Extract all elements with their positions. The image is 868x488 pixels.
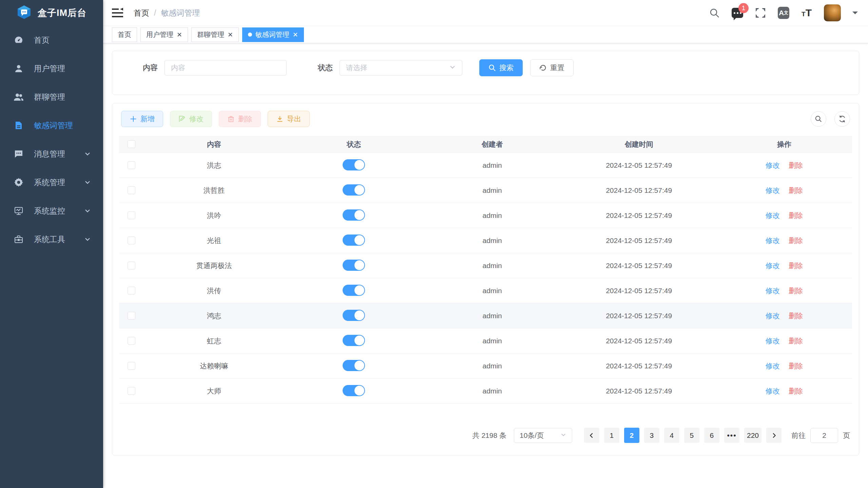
- status-toggle[interactable]: [343, 235, 365, 246]
- fullscreen-icon[interactable]: [755, 7, 766, 19]
- status-toggle[interactable]: [343, 285, 365, 296]
- sidebar-item-messages[interactable]: 消息管理: [0, 140, 103, 168]
- tab-home[interactable]: 首页: [112, 27, 137, 42]
- select-all-checkbox[interactable]: [128, 140, 135, 148]
- row-checkbox[interactable]: [128, 211, 135, 219]
- sidebar-item-groups[interactable]: 群聊管理: [0, 83, 103, 111]
- status-toggle[interactable]: [343, 385, 365, 396]
- row-edit-link[interactable]: 修改: [766, 362, 780, 370]
- status-toggle[interactable]: [343, 335, 365, 346]
- status-toggle[interactable]: [343, 209, 365, 221]
- row-checkbox[interactable]: [128, 161, 135, 169]
- row-edit-link[interactable]: 修改: [766, 312, 780, 320]
- row-delete-link[interactable]: 删除: [789, 211, 803, 219]
- content-filter-input[interactable]: [165, 60, 287, 76]
- tab-close-icon[interactable]: ✕: [293, 31, 298, 39]
- row-edit-link[interactable]: 修改: [766, 237, 780, 244]
- search-button[interactable]: 搜索: [479, 59, 523, 76]
- row-checkbox[interactable]: [128, 186, 135, 194]
- row-checkbox[interactable]: [128, 387, 135, 395]
- cell-content: 洪志: [143, 161, 285, 170]
- status-select-placeholder: 请选择: [346, 63, 367, 73]
- row-checkbox[interactable]: [128, 362, 135, 370]
- status-filter-label: 状态: [318, 63, 333, 73]
- row-checkbox[interactable]: [128, 287, 135, 294]
- status-toggle[interactable]: [343, 260, 365, 271]
- page-button-1[interactable]: 1: [604, 428, 619, 443]
- tab-close-icon[interactable]: ✕: [177, 31, 182, 39]
- page-size-select[interactable]: 10条/页: [514, 428, 572, 443]
- sidebar-item-system-settings[interactable]: 系统管理: [0, 168, 103, 197]
- status-filter-select[interactable]: 请选择: [340, 60, 462, 76]
- sidebar-item-sensitive-words[interactable]: 敏感词管理: [0, 111, 103, 140]
- row-edit-link[interactable]: 修改: [766, 337, 780, 345]
- row-delete-link[interactable]: 删除: [789, 161, 803, 169]
- sidebar-item-system-tools[interactable]: 系统工具: [0, 225, 103, 253]
- prev-page-button[interactable]: [584, 428, 599, 443]
- tab-label: 用户管理: [146, 30, 173, 39]
- language-switch-icon[interactable]: A文: [778, 7, 789, 19]
- row-checkbox[interactable]: [128, 237, 135, 244]
- next-page-button[interactable]: [766, 428, 782, 443]
- export-button[interactable]: 导出: [268, 111, 310, 127]
- row-delete-link[interactable]: 删除: [789, 262, 803, 269]
- table-row: 洪吟 admin 2024-12-05 12:57:49 修改删除: [119, 203, 852, 228]
- message-notification-icon[interactable]: 1: [732, 7, 743, 19]
- row-delete-link[interactable]: 删除: [789, 387, 803, 395]
- row-checkbox[interactable]: [128, 337, 135, 345]
- row-edit-link[interactable]: 修改: [766, 387, 780, 395]
- page-button-5[interactable]: 5: [684, 428, 699, 443]
- delete-button[interactable]: 删除: [219, 111, 261, 127]
- page-button-220[interactable]: 220: [744, 428, 761, 443]
- edit-button[interactable]: 修改: [170, 111, 212, 127]
- tab-bar: 首页 用户管理 ✕ 群聊管理 ✕ 敏感词管理 ✕: [103, 26, 868, 43]
- refresh-icon[interactable]: [834, 111, 850, 127]
- row-checkbox[interactable]: [128, 262, 135, 269]
- page-button-4[interactable]: 4: [664, 428, 679, 443]
- status-toggle[interactable]: [343, 184, 365, 196]
- tab-user-management[interactable]: 用户管理 ✕: [140, 27, 188, 42]
- sidebar-item-users[interactable]: 用户管理: [0, 54, 103, 83]
- sidebar-collapse-icon[interactable]: [112, 8, 123, 18]
- monitor-icon: [14, 206, 24, 216]
- row-delete-link[interactable]: 删除: [789, 362, 803, 370]
- row-delete-link[interactable]: 删除: [789, 337, 803, 345]
- sidebar-item-label: 群聊管理: [34, 92, 91, 102]
- row-delete-link[interactable]: 删除: [789, 186, 803, 194]
- cell-created-time: 2024-12-05 12:57:49: [561, 312, 716, 320]
- row-edit-link[interactable]: 修改: [766, 287, 780, 294]
- page-button-6[interactable]: 6: [704, 428, 719, 443]
- page-button-2[interactable]: 2: [624, 428, 639, 443]
- cell-content: 大师: [143, 386, 285, 396]
- show-search-icon[interactable]: [811, 111, 826, 127]
- reset-button[interactable]: 重置: [530, 59, 574, 76]
- page-button-3[interactable]: 3: [644, 428, 659, 443]
- cell-creator: admin: [423, 211, 561, 220]
- status-toggle[interactable]: [343, 310, 365, 321]
- status-toggle[interactable]: [343, 360, 365, 371]
- breadcrumb-home[interactable]: 首页: [134, 8, 149, 18]
- row-edit-link[interactable]: 修改: [766, 211, 780, 219]
- row-delete-link[interactable]: 删除: [789, 287, 803, 294]
- search-icon[interactable]: [709, 7, 720, 19]
- app-logo[interactable]: 盒子IM后台: [0, 0, 103, 26]
- row-edit-link[interactable]: 修改: [766, 262, 780, 269]
- sidebar-item-system-monitor[interactable]: 系统监控: [0, 197, 103, 225]
- row-checkbox[interactable]: [128, 312, 135, 320]
- row-delete-link[interactable]: 删除: [789, 312, 803, 320]
- page-ellipsis[interactable]: •••: [724, 428, 739, 443]
- sidebar-item-home[interactable]: 首页: [0, 26, 103, 54]
- user-menu-caret-icon[interactable]: [852, 12, 858, 17]
- jump-page-input[interactable]: [810, 428, 838, 443]
- status-toggle[interactable]: [343, 159, 365, 170]
- add-button[interactable]: 新增: [121, 111, 163, 127]
- tab-sensitive-words[interactable]: 敏感词管理 ✕: [242, 27, 304, 42]
- row-edit-link[interactable]: 修改: [766, 186, 780, 194]
- tab-group-management[interactable]: 群聊管理 ✕: [191, 27, 239, 42]
- font-size-icon[interactable]: TT: [801, 7, 812, 19]
- row-delete-link[interactable]: 删除: [789, 237, 803, 244]
- cell-created-time: 2024-12-05 12:57:49: [561, 387, 716, 395]
- row-edit-link[interactable]: 修改: [766, 161, 780, 169]
- tab-close-icon[interactable]: ✕: [228, 31, 233, 39]
- user-avatar[interactable]: [824, 4, 841, 21]
